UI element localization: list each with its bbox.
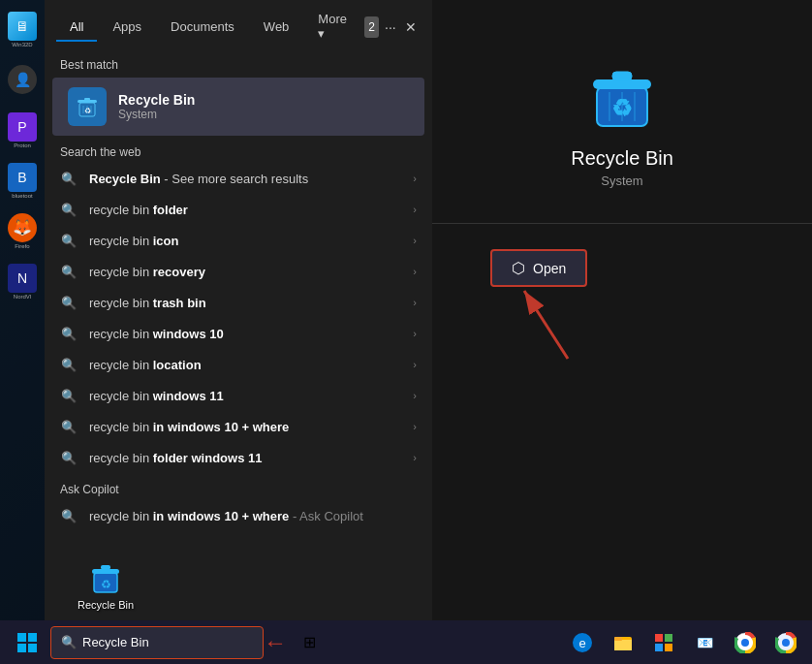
mail-icon[interactable]: 📧 [686, 624, 723, 661]
svg-rect-17 [92, 569, 119, 574]
search-result-text-7: recycle bin windows 11 [89, 389, 413, 403]
large-icon-title: Recycle Bin [571, 147, 673, 170]
search-icon-5: 🔍 [60, 325, 78, 342]
search-result-4[interactable]: 🔍 recycle bin trash bin › [45, 287, 432, 318]
left-panel: All Apps Documents Web More ▾ 2 ··· ✕ Be… [45, 0, 432, 620]
search-result-9[interactable]: 🔍 recycle bin folder windows 11 › [45, 442, 432, 473]
taskbar-icon-proton[interactable]: P Proton [3, 107, 42, 153]
svg-rect-23 [28, 644, 37, 652]
tab-apps[interactable]: Apps [99, 14, 155, 42]
copilot-item-text: recycle bin in windows 10 + where - Ask … [89, 509, 363, 523]
tab-documents[interactable]: Documents [157, 14, 248, 42]
search-icon-8: 🔍 [60, 418, 78, 435]
recycle-bin-small-icon: ♻ [68, 87, 107, 126]
store-icon[interactable] [645, 624, 682, 661]
taskbar-red-arrow: ← [264, 629, 287, 656]
search-icon-7: 🔍 [60, 387, 78, 404]
web-section-label: Search the web [45, 136, 432, 163]
file-explorer-icon[interactable] [605, 624, 641, 661]
start-menu: All Apps Documents Web More ▾ 2 ··· ✕ Be… [45, 0, 812, 620]
recycle-bin-large-icon: ♻ [583, 58, 661, 136]
large-icon-subtitle: System [601, 174, 642, 188]
search-result-2[interactable]: 🔍 recycle bin icon › [45, 225, 432, 256]
tab-badge: 2 [364, 16, 379, 38]
task-view-button[interactable]: ⊞ [291, 624, 328, 661]
svg-rect-32 [665, 644, 672, 651]
taskbar-search-bar[interactable]: 🔍 Recycle Bin [50, 626, 264, 659]
search-result-0[interactable]: 🔍 Recycle Bin - See more search results … [45, 163, 432, 194]
red-arrow-annotation [510, 271, 587, 372]
search-result-text-4: recycle bin trash bin [89, 296, 413, 310]
search-result-1[interactable]: 🔍 recycle bin folder › [45, 194, 432, 225]
svg-rect-30 [665, 634, 672, 642]
svg-text:♻: ♻ [101, 578, 111, 591]
svg-rect-9 [612, 72, 632, 80]
tab-bar: All Apps Documents Web More ▾ 2 ··· ✕ [45, 0, 432, 48]
taskbar-icon-learn[interactable]: 👤 [3, 56, 42, 103]
left-taskbar: 🖥 Win32D 👤 P Proton B bluetoot 🦊 Firefo … [0, 0, 45, 620]
taskbar-right: e 📧 [564, 624, 804, 661]
taskbar-icon-bluetooth[interactable]: B bluetoot [3, 157, 42, 204]
large-icon-wrap: ♻ Recycle Bin System [571, 58, 673, 188]
tab-all[interactable]: All [56, 14, 97, 42]
search-result-text-6: recycle bin location [89, 358, 413, 372]
taskbar-icon-firefox[interactable]: 🦊 Firefo [3, 207, 42, 254]
tab-close[interactable]: ✕ [402, 14, 421, 41]
svg-text:e: e [578, 636, 585, 650]
svg-line-15 [524, 291, 568, 359]
search-icon-3: 🔍 [60, 263, 78, 280]
taskbar-icon-nordvpn[interactable]: N NordVl [3, 258, 42, 304]
search-icon-4: 🔍 [60, 294, 78, 311]
search-icon-6: 🔍 [60, 356, 78, 373]
svg-point-36 [782, 639, 790, 647]
svg-rect-21 [28, 633, 37, 642]
chrome2-icon[interactable] [767, 624, 804, 661]
taskbar-search-text: Recycle Bin [82, 635, 149, 649]
svg-point-34 [741, 639, 749, 647]
svg-rect-18 [101, 565, 110, 570]
svg-rect-22 [17, 644, 26, 652]
search-icon-2: 🔍 [60, 232, 78, 249]
search-result-text-8: recycle bin in windows 10 + where [89, 420, 413, 434]
tab-more-dots[interactable]: ··· [381, 14, 399, 41]
desktop-recycle-label: Recycle Bin [78, 599, 134, 611]
svg-rect-2 [84, 98, 90, 101]
search-icon-0: 🔍 [60, 170, 78, 187]
search-icon-1: 🔍 [60, 201, 78, 218]
search-result-7[interactable]: 🔍 recycle bin windows 11 › [45, 380, 432, 411]
taskbar-search-icon: 🔍 [61, 635, 77, 649]
svg-rect-27 [614, 640, 632, 650]
copilot-item[interactable]: 🔍 recycle bin in windows 10 + where - As… [45, 500, 432, 531]
copilot-icon: 🔍 [60, 507, 78, 524]
svg-rect-20 [17, 633, 26, 642]
search-result-5[interactable]: 🔍 recycle bin windows 10 › [45, 318, 432, 349]
search-result-6[interactable]: 🔍 recycle bin location › [45, 349, 432, 380]
right-panel: ♻ Recycle Bin System ⬡ Open [432, 0, 812, 620]
desktop-recycle-icon[interactable]: ♻ Recycle Bin [78, 557, 134, 611]
copilot-section-label: Ask Copilot [45, 473, 432, 500]
best-match-title: Recycle Bin [118, 92, 195, 108]
search-icon-9: 🔍 [60, 449, 78, 466]
taskbar-bottom: 🔍 Recycle Bin ← ⊞ e 📧 [0, 620, 812, 664]
best-match-subtitle: System [118, 108, 195, 121]
svg-rect-29 [655, 634, 663, 642]
search-result-8[interactable]: 🔍 recycle bin in windows 10 + where › [45, 411, 432, 442]
best-match-item[interactable]: ♻ Recycle Bin System [52, 78, 424, 136]
tab-web[interactable]: Web [250, 14, 303, 42]
search-result-text-9: recycle bin folder windows 11 [89, 451, 413, 465]
best-match-text: Recycle Bin System [118, 92, 195, 121]
search-result-3[interactable]: 🔍 recycle bin recovery › [45, 256, 432, 287]
tab-more[interactable]: More ▾ [304, 6, 360, 48]
search-result-text-0: Recycle Bin - See more search results [89, 172, 413, 186]
svg-rect-31 [655, 644, 663, 651]
search-result-text-3: recycle bin recovery [89, 265, 413, 279]
right-panel-divider [432, 223, 812, 224]
web-results-list: 🔍 Recycle Bin - See more search results … [45, 163, 432, 473]
search-result-text-5: recycle bin windows 10 [89, 327, 413, 341]
edge-icon[interactable]: e [564, 624, 601, 661]
best-match-label: Best match [45, 48, 432, 78]
taskbar-icon-win32[interactable]: 🖥 Win32D [3, 6, 42, 52]
search-result-text-1: recycle bin folder [89, 203, 413, 217]
chrome-icon[interactable] [727, 624, 764, 661]
start-button[interactable] [8, 623, 47, 662]
